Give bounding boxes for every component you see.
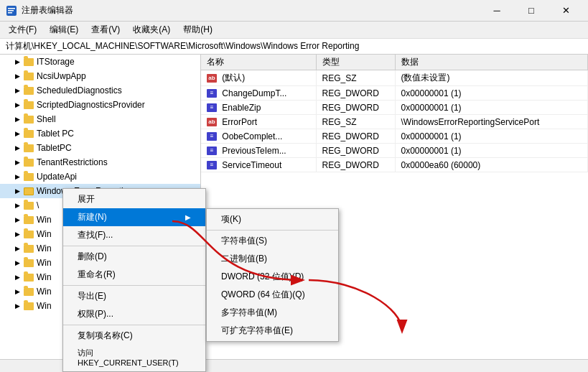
submenu-item-multistring[interactable]: 多字符串值(M) <box>207 304 338 322</box>
ctx-new[interactable]: 新建(N) ▶ <box>63 208 205 226</box>
table-row[interactable]: ≡ OobeComplet... REG_DWORD 0x00000001 (1… <box>201 129 588 144</box>
tree-arrow: ▶ <box>11 173 23 180</box>
cell-name: ≡ EnableZip <box>201 101 316 115</box>
tree-arrow: ▶ <box>11 288 23 295</box>
tree-item-scripteddiagnosticsprovider[interactable]: ▶ ScriptedDiagnosticsProvider <box>0 98 200 112</box>
tree-arrow: ▶ <box>11 130 23 137</box>
ctx-sep-1 <box>63 246 205 246</box>
close-button[interactable]: ✕ <box>549 0 582 22</box>
menu-favorites[interactable]: 收藏夹(A) <box>127 22 176 37</box>
ctx-sep-3 <box>63 325 205 325</box>
tree-item-updateapi[interactable]: ▶ UpdateApi <box>0 169 200 184</box>
ctx-expand[interactable]: 展开 <box>63 190 205 208</box>
cell-name: ≡ ServiceTimeout <box>201 158 316 172</box>
tree-label: Tablet PC <box>37 129 74 139</box>
cell-name: ≡ PreviousTeIem... <box>201 144 316 158</box>
submenu-sep <box>207 230 338 231</box>
menu-bar: 文件(F) 编辑(E) 查看(V) 收藏夹(A) 帮助(H) <box>0 22 588 39</box>
col-data: 数据 <box>395 55 588 70</box>
folder-icon <box>23 85 34 96</box>
ctx-rename[interactable]: 重命名(R) <box>63 266 205 284</box>
submenu-item-qword64[interactable]: QWORD (64 位值)(Q) <box>207 286 338 304</box>
tree-arrow: ▶ <box>11 202 23 209</box>
tree-label: Shell <box>37 114 56 124</box>
tree-arrow: ▶ <box>11 245 23 252</box>
table-row[interactable]: ≡ ChangeDumpT... REG_DWORD 0x00000001 (1… <box>201 86 588 101</box>
tree-item-ncsiuwpapp[interactable]: ▶ NcsiUwpApp <box>0 69 200 83</box>
tree-label: \ <box>37 200 39 210</box>
submenu-item-expandstring[interactable]: 可扩充字符串值(E) <box>207 322 338 340</box>
tree-label: Win <box>37 243 52 254</box>
cell-type: REG_DWORD <box>316 101 395 115</box>
menu-help[interactable]: 帮助(H) <box>177 22 218 37</box>
tree-item-tabletpc[interactable]: ▶ TabletPC <box>0 141 200 155</box>
folder-icon <box>23 100 34 110</box>
submenu-item-binary[interactable]: 二进制值(B) <box>207 250 338 268</box>
svg-rect-1 <box>8 8 15 9</box>
maximize-button[interactable]: □ <box>515 0 548 22</box>
table-row[interactable]: ab (默认) REG_SZ (数值未设置) <box>201 70 588 86</box>
tree-arrow: ▶ <box>11 58 23 65</box>
folder-icon <box>23 243 34 254</box>
tree-label: Win <box>37 301 52 311</box>
folder-open-icon <box>23 186 34 196</box>
ctx-export[interactable]: 导出(E) <box>63 287 205 305</box>
tree-item-shell[interactable]: ▶ Shell <box>0 112 200 126</box>
folder-icon <box>23 172 34 182</box>
app-icon <box>6 5 17 17</box>
address-bar: 计算机\HKEY_LOCAL_MACHINE\SOFTWARE\Microsof… <box>0 39 588 55</box>
folder-icon <box>23 57 34 67</box>
ctx-find[interactable]: 查找(F)... <box>63 226 205 244</box>
tree-item-tabletpc-space[interactable]: ▶ Tablet PC <box>0 126 200 141</box>
tree-arrow: ▶ <box>11 216 23 223</box>
submenu-item-key[interactable]: 项(K) <box>207 210 338 228</box>
ctx-copy-name[interactable]: 复制项名称(C) <box>63 327 205 345</box>
cell-data: 0x00000001 (1) <box>395 101 588 115</box>
tree-label: Win <box>37 215 52 225</box>
table-row[interactable]: ≡ ServiceTimeout REG_DWORD 0x0000ea60 (6… <box>201 158 588 172</box>
folder-icon <box>23 301 34 311</box>
folder-icon <box>23 200 34 210</box>
tree-label: ScheduledDiagnostics <box>37 85 122 96</box>
cell-data: (数值未设置) <box>395 70 588 86</box>
table-row[interactable]: ab ErrorPort REG_SZ \WindowsErrorReporti… <box>201 115 588 129</box>
tree-arrow: ▶ <box>11 144 23 152</box>
folder-icon <box>23 143 34 153</box>
folder-icon <box>23 229 34 239</box>
col-type: 类型 <box>316 55 395 70</box>
menu-view[interactable]: 查看(V) <box>85 22 126 37</box>
tree-label: UpdateApi <box>37 172 77 182</box>
folder-icon <box>23 114 34 124</box>
folder-icon <box>23 258 34 268</box>
tree-arrow: ▶ <box>11 87 23 94</box>
tree-item-tenantrestrictions[interactable]: ▶ TenantRestrictions <box>0 155 200 169</box>
submenu-item-string[interactable]: 字符串值(S) <box>207 232 338 250</box>
tree-label: Win <box>37 272 52 282</box>
cell-type: REG_DWORD <box>316 158 395 172</box>
table-row[interactable]: ≡ PreviousTeIem... REG_DWORD 0x00000001 … <box>201 144 588 158</box>
folder-icon <box>23 215 34 225</box>
tree-item-scheduleddiagnostics[interactable]: ▶ ScheduledDiagnostics <box>0 83 200 98</box>
reg-type-icon: ≡ <box>207 147 217 155</box>
ctx-permissions[interactable]: 权限(P)... <box>63 305 205 323</box>
tree-arrow: ▶ <box>11 73 23 80</box>
ctx-delete[interactable]: 删除(D) <box>63 248 205 266</box>
tree-item-itstorage[interactable]: ▶ ITStorage <box>0 55 200 69</box>
cell-data: 0x00000001 (1) <box>395 86 588 101</box>
cell-data: \WindowsErrorReportingServicePort <box>395 115 588 129</box>
menu-edit[interactable]: 编辑(E) <box>44 22 84 37</box>
submenu: 项(K) 字符串值(S) 二进制值(B) DWORD (32 位值)(D) QW… <box>206 208 339 342</box>
folder-icon <box>23 272 34 282</box>
reg-type-icon: ≡ <box>207 132 217 141</box>
ctx-access-hkcu[interactable]: 访问 HKEY_CURRENT_USER(T) <box>63 345 205 370</box>
submenu-item-dword32[interactable]: DWORD (32 位值)(D) <box>207 268 338 286</box>
cell-name: ≡ OobeComplet... <box>201 129 316 144</box>
menu-file[interactable]: 文件(F) <box>3 22 42 37</box>
title-bar: 注册表编辑器 ─ □ ✕ <box>0 0 588 22</box>
minimize-button[interactable]: ─ <box>480 0 513 22</box>
cell-name: ≡ ChangeDumpT... <box>201 86 316 101</box>
tree-label: Win <box>37 258 52 268</box>
table-row[interactable]: ≡ EnableZip REG_DWORD 0x00000001 (1) <box>201 101 588 115</box>
tree-label: Win <box>37 229 52 239</box>
ctx-sep-2 <box>63 285 205 286</box>
